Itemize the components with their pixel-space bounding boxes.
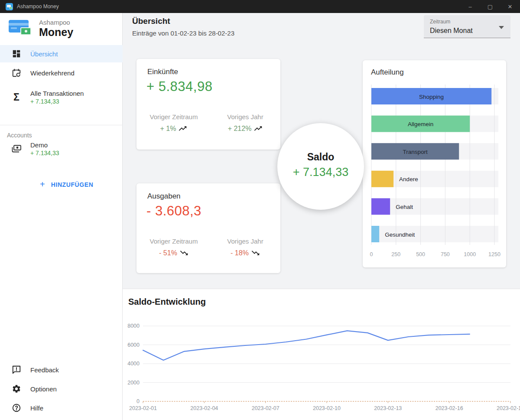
prev-year-value: - 18%	[231, 249, 249, 257]
sidebar-item-label: Optionen	[30, 385, 57, 393]
expenses-card-title: Ausgaben	[147, 192, 181, 201]
window-title: Ashampoo Money	[17, 3, 59, 10]
expenses-card: Ausgaben - 3.608,3 Voriger Zeitraum - 51…	[136, 183, 280, 273]
svg-text:8000: 8000	[127, 323, 140, 329]
trending-up-icon	[178, 124, 187, 133]
svg-text:2023-02-04: 2023-02-04	[190, 405, 218, 411]
svg-text:Andere: Andere	[399, 176, 418, 182]
brand-name-top: Ashampoo	[39, 19, 73, 26]
svg-text:1000: 1000	[464, 251, 476, 257]
brand: Ashampoo Money	[9, 18, 73, 38]
sigma-icon: Σ	[11, 92, 22, 102]
svg-text:2023-02-19: 2023-02-19	[497, 405, 520, 411]
dashboard-icon	[11, 49, 22, 59]
svg-text:Gehalt: Gehalt	[396, 204, 413, 210]
prev-period-label: Voriger Zeitraum	[143, 113, 204, 120]
maximize-button[interactable]: ▢	[480, 0, 500, 13]
svg-text:2023-02-13: 2023-02-13	[374, 405, 402, 411]
period-dropdown-value: Diesen Monat	[430, 27, 473, 35]
svg-text:Allgemein: Allgemein	[408, 121, 433, 127]
svg-text:2000: 2000	[127, 380, 140, 386]
app-icon	[6, 3, 13, 10]
svg-text:Transport: Transport	[403, 149, 428, 155]
sidebar-item-label: Hilfe	[30, 404, 43, 412]
sidebar-item-label: Feedback	[30, 366, 59, 374]
svg-text:4000: 4000	[127, 361, 140, 367]
prev-year-label: Voriges Jahr	[217, 113, 273, 120]
help-icon	[11, 403, 22, 413]
balance-title: Saldo	[277, 151, 364, 163]
svg-text:Gesundheit: Gesundheit	[385, 231, 415, 238]
split-bar-chart: ShoppingAllgemeinTransportAndereGehaltGe…	[371, 85, 498, 262]
trending-up-icon	[254, 124, 263, 133]
sidebar-item-hilfe[interactable]: Hilfe	[0, 398, 123, 417]
svg-text:2023-02-10: 2023-02-10	[313, 405, 341, 411]
line-chart-title: Saldo-Entwicklung	[128, 297, 206, 307]
recurring-calendar-icon	[11, 68, 22, 78]
sidebar-item-uebersicht[interactable]: Übersicht	[0, 45, 123, 62]
add-account-button[interactable]: + HINZUFÜGEN	[40, 179, 93, 189]
titlebar: Ashampoo Money – ▢ ✕	[0, 0, 520, 13]
prev-period-label: Voriger Zeitraum	[143, 238, 204, 245]
balance-history-panel: Saldo-Entwicklung 020004000600080002023-…	[123, 289, 520, 420]
brand-name-bottom: Money	[39, 26, 73, 38]
sidebar-item-feedback[interactable]: Feedback	[0, 360, 123, 379]
trending-down-icon	[251, 248, 260, 257]
period-dropdown[interactable]: Zeitraum Diesen Monat	[424, 15, 510, 38]
trending-down-icon	[179, 248, 188, 257]
account-name: Demo	[30, 141, 59, 149]
prev-period-value: - 51%	[159, 249, 177, 257]
sidebar-item-label: Wiederkehrend	[30, 69, 75, 77]
svg-text:250: 250	[391, 251, 400, 257]
svg-text:Shopping: Shopping	[419, 94, 444, 100]
income-amount: + 5.834,98	[146, 79, 212, 94]
account-balance: + 7.134,33	[30, 150, 59, 156]
svg-text:750: 750	[441, 251, 450, 257]
sidebar-item-wiederkehrend[interactable]: Wiederkehrend	[0, 64, 123, 81]
balance-circle: Saldo + 7.134,33	[277, 123, 364, 210]
svg-text:2023-02-07: 2023-02-07	[252, 405, 280, 411]
sidebar: Ashampoo Money Übersicht Wiederkehrend	[0, 13, 123, 420]
split-card: Aufteilung ShoppingAllgemeinTransportAnd…	[363, 60, 506, 267]
sidebar-item-label: Übersicht	[30, 50, 58, 58]
page-subtitle: Einträge von 01-02-23 bis 28-02-23	[132, 29, 234, 37]
payments-icon	[11, 143, 22, 154]
period-dropdown-label: Zeitraum	[430, 19, 450, 25]
svg-text:2023-02-16: 2023-02-16	[436, 405, 463, 411]
feedback-icon	[11, 365, 22, 375]
sidebar-footer: Feedback Optionen Hilfe	[0, 360, 123, 420]
expenses-amount: - 3.608,3	[146, 203, 202, 219]
income-card-title: Einkünfte	[147, 68, 178, 76]
sidebar-item-alle-transaktionen[interactable]: Σ Alle Transaktionen + 7.134,33	[0, 85, 123, 109]
brand-logo-icon	[9, 18, 33, 38]
minimize-button[interactable]: –	[460, 0, 480, 13]
svg-text:0: 0	[136, 398, 140, 404]
gear-icon	[11, 384, 22, 394]
page-title: Übersicht	[132, 16, 170, 26]
sidebar-item-label: Alle Transaktionen	[30, 90, 84, 97]
window-controls: – ▢ ✕	[460, 0, 520, 13]
plus-icon: +	[40, 179, 45, 189]
chevron-down-icon	[499, 26, 504, 29]
balance-line-chart: 020004000600080002023-02-012023-02-04202…	[125, 318, 520, 417]
prev-year-value: + 212%	[228, 125, 252, 133]
sidebar-item-optionen[interactable]: Optionen	[0, 379, 123, 398]
balance-amount: + 7.134,33	[277, 166, 364, 179]
sidebar-divider	[0, 125, 123, 125]
svg-text:0: 0	[370, 251, 373, 257]
svg-text:1250: 1250	[488, 251, 500, 257]
app-window: Ashampoo Money – ▢ ✕ Ashampoo Money Über…	[0, 0, 520, 420]
prev-period-value: + 1%	[160, 125, 176, 133]
svg-text:6000: 6000	[127, 342, 140, 348]
split-chart-title: Aufteilung	[371, 68, 404, 77]
svg-text:500: 500	[416, 251, 425, 257]
prev-year-label: Voriges Jahr	[217, 238, 273, 245]
account-item-demo[interactable]: Demo + 7.134,33	[0, 138, 123, 160]
income-card: Einkünfte + 5.834,98 Voriger Zeitraum + …	[136, 59, 280, 150]
svg-text:2023-02-01: 2023-02-01	[129, 405, 157, 411]
transactions-total: + 7.134,33	[30, 98, 84, 105]
close-button[interactable]: ✕	[500, 0, 520, 13]
